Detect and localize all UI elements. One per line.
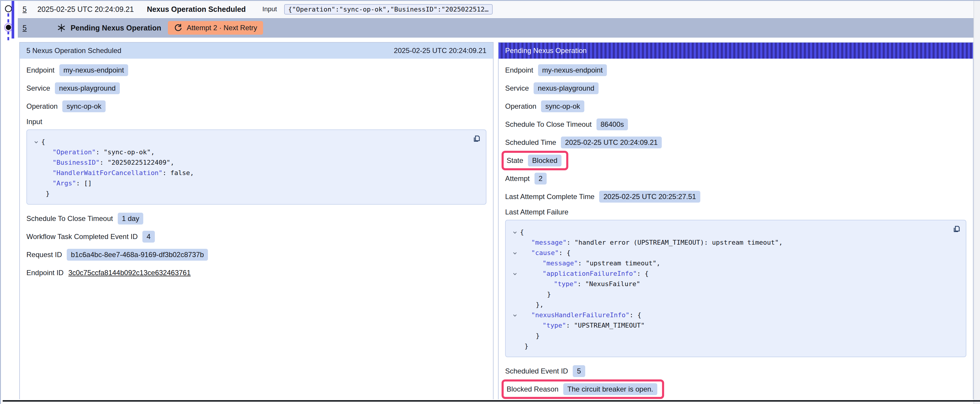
json-line: } [510,331,959,341]
json-key: "message" [531,239,566,246]
detail-row-blocked-reason: Blocked ReasonThe circuit breaker is ope… [505,382,966,396]
detail-label: Blocked Reason [507,385,558,393]
json-line-content: { [520,227,524,237]
detail-label: Last Attempt Complete Time [505,193,594,201]
chevron-spacer [510,237,520,248]
event-row-pending-nexus-operation[interactable]: 5 Pending Nexus Operation Attempt 2 · Ne… [18,18,974,38]
detail-row-operation: Operationsync-op-ok [505,100,966,113]
json-line: "HandlerWaitForCancellation": false, [31,168,479,178]
detail-label-input: Input [26,117,487,126]
detail-row-schedule-to-close-timeout: Schedule To Close Timeout86400s [505,117,966,131]
chevron-spacer [31,168,41,178]
detail-value-chip: 2025-02-25 UTC 20:25:27.51 [599,191,700,203]
event-id-link[interactable]: 5 [22,5,27,14]
collapse-chevron-icon[interactable] [510,268,520,279]
chevron-spacer [510,320,520,331]
json-line: "cause": { [510,248,959,258]
detail-value-chip: sync-op-ok [541,100,584,112]
detail-row-workflow-task-completed-event-id: Workflow Task Completed Event ID4 [26,230,487,244]
detail-row-endpoint: Endpointmy-nexus-endpoint [505,63,966,77]
detail-value-chip: 2 [535,173,547,185]
json-line: { [510,227,959,237]
event-detail-header: 5 Nexus Operation Scheduled 2025-02-25 U… [20,43,493,59]
detail-label: Scheduled Event ID [505,367,568,375]
detail-row-scheduled-time: Scheduled Time2025-02-25 UTC 20:24:09.21 [505,136,966,149]
collapse-chevron-icon[interactable] [31,136,41,147]
event-row-nexus-operation-scheduled[interactable]: 5 2025-02-25 UTC 20:24:09.21 Nexus Opera… [18,1,974,17]
detail-label: Scheduled Time [505,138,556,147]
detail-label: State [507,156,523,165]
json-line-content: "type": "NexusFailure" [520,279,640,289]
detail-value-chip: Blocked [528,155,562,166]
event-id-link[interactable]: 5 [22,24,27,32]
detail-row-endpoint-id: Endpoint ID3c0c75ccfa8144b092c13ce632463… [26,266,487,280]
json-key: "Operation" [52,148,96,156]
asterisk-icon [57,24,66,32]
chevron-spacer [510,341,520,351]
copy-icon[interactable] [952,225,961,234]
panel-bottom-divider [3,400,980,402]
detail-value-chip: sync-op-ok [62,100,105,112]
chevron-spacer [31,189,41,199]
detail-row-endpoint: Endpointmy-nexus-endpoint [26,63,487,77]
detail-label: Schedule To Close Timeout [26,214,113,223]
event-input-preview-chip[interactable]: {"Operation":"sync-op-ok","BusinessID":"… [284,4,493,14]
detail-label: Service [505,84,529,92]
event-title: Nexus Operation Scheduled [147,5,246,14]
detail-value-chip: b1c6a4bc-8ee7-468a-9169-df3b02c8737b [67,249,208,261]
event-input-label: Input [262,5,277,13]
detail-value-chip: 4 [142,231,154,242]
json-text: { [41,138,45,146]
detail-value-chip: 86400s [597,119,628,130]
collapse-chevron-icon[interactable] [510,227,520,237]
json-text: : "sync-op-ok", [96,148,155,156]
event-detail-title: 5 Nexus Operation Scheduled [26,46,121,55]
json-line: "Args": [] [31,178,479,189]
collapse-chevron-icon[interactable] [510,248,520,258]
json-text: { [520,228,524,236]
chevron-spacer [510,299,520,310]
json-line-content: "message": "handler error (UPSTREAM_TIME… [520,237,783,248]
chevron-spacer [31,147,41,157]
json-line: } [510,289,959,299]
json-line-content: } [41,189,49,199]
json-key: "HandlerWaitForCancellation" [52,169,162,176]
event-detail-panel: 5 Nexus Operation Scheduled 2025-02-25 U… [19,42,493,399]
detail-value-chip: The circuit breaker is open. [563,383,657,395]
event-detail-timestamp: 2025-02-25 UTC 20:24:09.21 [394,46,487,55]
json-text: : false, [162,169,194,176]
collapse-chevron-icon[interactable] [510,310,520,320]
json-line: "type": "UPSTREAM_TIMEOUT" [510,320,959,331]
json-text: : { [559,249,571,257]
detail-value-chip: nexus-playground [55,82,120,94]
json-line-content: "HandlerWaitForCancellation": false, [41,168,194,178]
detail-label-last-attempt-failure: Last Attempt Failure [505,208,966,216]
chevron-spacer [510,258,520,268]
json-line-content: }, [520,299,544,310]
chevron-spacer [510,289,520,299]
detail-row-schedule-to-close-timeout: Schedule To Close Timeout1 day [26,212,487,225]
json-line: "message": "upstream timeout", [510,258,959,268]
json-key: "BusinessID" [52,159,100,166]
json-key: "message" [542,260,578,267]
detail-label: Request ID [26,250,62,259]
json-text: } [524,342,528,350]
detail-row-operation: Operationsync-op-ok [26,100,487,113]
json-line: } [31,189,479,199]
detail-value-link[interactable]: 3c0c75ccfa8144b092c13ce632463761 [68,269,191,277]
json-text: } [547,291,551,298]
json-text: : [] [76,179,92,187]
json-line-content: } [520,289,551,299]
detail-row-scheduled-event-id: Scheduled Event ID5 [505,364,966,378]
detail-value-chip: 2025-02-25 UTC 20:24:09.21 [561,136,662,148]
json-line: { [31,136,479,147]
detail-label: Endpoint ID [26,269,64,277]
json-line: "message": "handler error (UPSTREAM_TIME… [510,237,959,248]
scrollbar-track[interactable] [974,1,980,404]
json-text: } [536,332,539,339]
detail-row-attempt: Attempt2 [505,172,966,185]
detail-label: Attempt [505,174,530,183]
json-text: : "20250225122409", [100,159,174,166]
copy-icon[interactable] [472,134,481,144]
json-viewer: {"Operation": "sync-op-ok","BusinessID":… [26,130,487,205]
